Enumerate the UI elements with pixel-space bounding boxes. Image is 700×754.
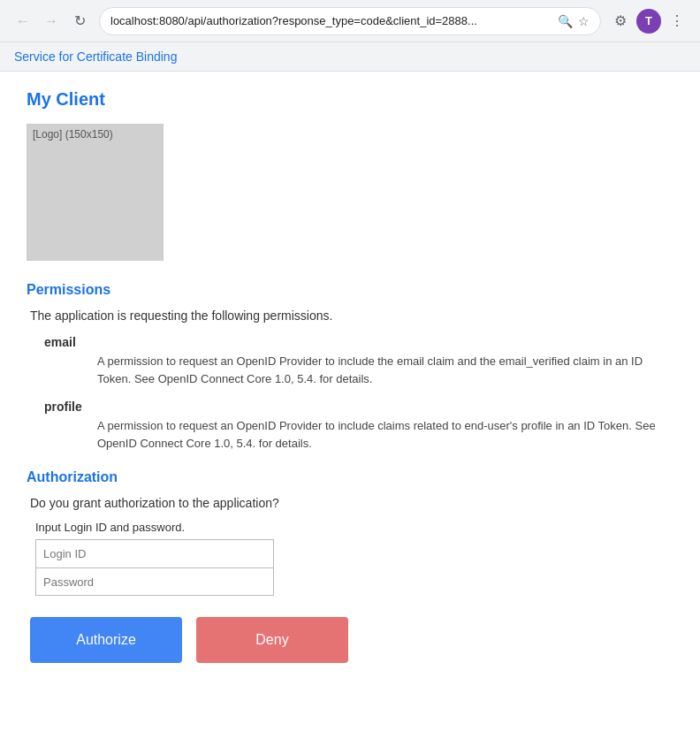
back-icon: ← [16,13,30,29]
browser-chrome: ← → ↻ localhost:8080/api/authorization?r… [0,0,700,42]
login-id-input[interactable] [35,539,274,567]
address-bar[interactable]: localhost:8080/api/authorization?respons… [99,7,601,35]
top-banner: Service for Certificate Binding [0,42,700,72]
permissions-title: Permissions [27,282,673,298]
authorization-title: Authorization [27,469,673,485]
client-title: My Client [27,89,673,110]
menu-button[interactable]: ⋮ [665,9,689,34]
refresh-icon: ↻ [74,12,86,29]
password-input[interactable] [35,567,274,596]
grant-question: Do you grant authorization to the applic… [30,496,673,510]
search-icon[interactable]: 🔍 [558,14,573,28]
authorize-button[interactable]: Authorize [30,617,182,663]
address-bar-icons: 🔍 ☆ [558,14,590,28]
forward-button[interactable]: → [39,9,64,34]
menu-icon: ⋮ [670,12,684,29]
banner-link[interactable]: Service for Certificate Binding [14,50,177,64]
toolbar-icons: ⚙ T ⋮ [608,9,689,34]
authorization-section: Authorization Do you grant authorization… [27,469,673,663]
permissions-section: Permissions The application is requestin… [27,282,673,452]
permission-email-name: email [44,335,673,349]
avatar[interactable]: T [636,9,661,34]
puzzle-icon-button[interactable]: ⚙ [608,9,633,34]
login-label: Input Login ID and password. [35,521,673,534]
permission-profile: profile A permission to request an OpenI… [44,400,673,452]
puzzle-icon: ⚙ [614,12,627,29]
login-input-group [35,539,673,596]
permission-profile-name: profile [44,400,673,414]
deny-button[interactable]: Deny [196,617,348,663]
address-text: localhost:8080/api/authorization?respons… [110,14,551,27]
client-logo: [Logo] (150x150) [27,124,164,261]
star-icon[interactable]: ☆ [578,14,590,28]
logo-placeholder-text: [Logo] (150x150) [33,128,113,141]
permission-email: email A permission to request an OpenID … [44,335,673,387]
permission-email-desc: A permission to request an OpenID Provid… [97,353,673,387]
forward-icon: → [44,13,58,29]
page-content: My Client [Logo] (150x150) Permissions T… [0,72,700,681]
permission-profile-desc: A permission to request an OpenID Provid… [97,417,673,452]
back-button[interactable]: ← [11,9,35,34]
client-section: My Client [Logo] (150x150) [27,89,673,261]
refresh-button[interactable]: ↻ [67,9,92,34]
permissions-intro: The application is requesting the follow… [30,308,673,323]
action-buttons: Authorize Deny [30,617,673,663]
nav-buttons: ← → ↻ [11,9,92,34]
